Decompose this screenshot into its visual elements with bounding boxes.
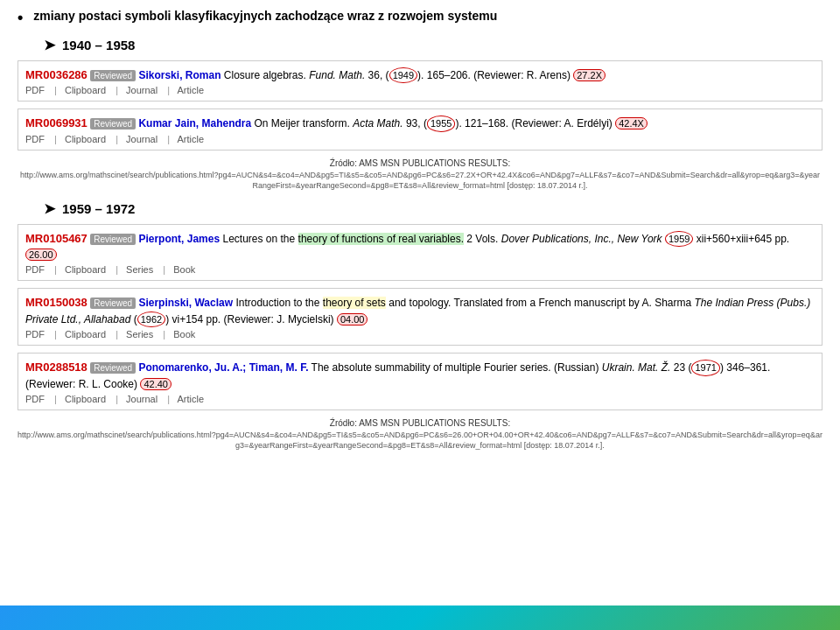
title-pre: Introduction to the [235, 297, 319, 309]
reviewer: (Reviewer: R. L. Cooke) [25, 378, 137, 390]
author-name[interactable]: Pierpont, James [138, 233, 220, 245]
link-book[interactable]: Book [173, 329, 195, 340]
record-links: PDF | Clipboard | Series | Book [25, 264, 815, 275]
record-mr0036286: MR0036286 Reviewed Sikorski, Roman Closu… [18, 60, 822, 102]
reviewed-badge: Reviewed [90, 234, 136, 245]
subtitle: Translated from a French manuscript by A… [454, 297, 692, 309]
link-article[interactable]: Article [178, 85, 205, 95]
link-pdf[interactable]: PDF [25, 134, 45, 144]
link-clipboard[interactable]: Clipboard [65, 394, 106, 404]
author-name[interactable]: Sikorski, Roman [138, 69, 220, 81]
section-label-1940: 1940 – 1958 [62, 38, 135, 52]
link-article[interactable]: Article [178, 134, 205, 144]
link-journal[interactable]: Journal [126, 134, 158, 144]
link-series[interactable]: Series [126, 264, 153, 275]
pages: vi+154 pp. [172, 313, 220, 326]
title: The absolute summability of multiple Fou… [312, 361, 599, 374]
source-title-1: Źródło: AMS MSN PUBLICATIONS RESULTS: [18, 158, 822, 170]
title-highlight: theory of functions of real variables. [298, 233, 464, 245]
link-pdf[interactable]: PDF [25, 85, 45, 95]
title-pre: Lectures on the [222, 233, 295, 245]
record-mr0288518: MR0288518 Reviewed Ponomarenko, Ju. A.; … [18, 353, 822, 410]
volume: 23 [674, 361, 685, 374]
price-badge: 27.2X [573, 69, 606, 81]
link-series[interactable]: Series [126, 329, 153, 340]
link-clipboard[interactable]: Clipboard [65, 134, 106, 144]
section-label-1959: 1959 – 1972 [62, 201, 135, 216]
author-name[interactable]: Ponomarenko, Ju. A.; Timan, M. F. [138, 361, 308, 374]
record-mr0150038: MR0150038 Reviewed Sierpinski, Waclaw In… [18, 288, 822, 346]
mr-id[interactable]: MR0105467 [25, 232, 88, 245]
reviewer: (Reviewer: J. Mycielski) [224, 313, 334, 326]
year-circled: 1962 [137, 312, 165, 328]
reviewer: (Reviewer: A. Erdélyi) [511, 117, 612, 130]
record-links: PDF | Clipboard | Journal | Article [25, 85, 815, 95]
reviewed-badge: Reviewed [90, 118, 136, 130]
pages: 346–361. [726, 361, 770, 374]
link-article[interactable]: Article [178, 394, 205, 404]
reviewed-badge: Reviewed [90, 362, 136, 374]
title-highlight: theory of sets [323, 297, 386, 309]
link-clipboard[interactable]: Clipboard [65, 264, 106, 275]
publisher: Dover Publications, Inc., New York [501, 233, 662, 245]
link-journal[interactable]: Journal [126, 85, 158, 95]
record-mr0069931: MR0069931 Reviewed Kumar Jain, Mahendra … [18, 108, 822, 150]
source-title-2: Źródło: AMS MSN PUBLICATIONS RESULTS: [18, 417, 822, 430]
link-book[interactable]: Book [173, 264, 195, 275]
link-pdf[interactable]: PDF [25, 329, 45, 340]
record-links: PDF | Clipboard | Journal | Article [25, 394, 815, 404]
reviewer: (Reviewer: R. Arens) [473, 69, 570, 81]
record-content: MR0069931 Reviewed Kumar Jain, Mahendra … [25, 115, 815, 132]
price-badge: 42.4X [615, 117, 648, 130]
title-rest: 2 Vols. [466, 233, 498, 245]
source-note-1: Źródło: AMS MSN PUBLICATIONS RESULTS: ht… [18, 158, 822, 192]
record-mr0105467: MR0105467 Reviewed Pierpont, James Lectu… [18, 224, 822, 282]
price-badge: 04.00 [337, 313, 368, 326]
title: Closure algebras. [224, 69, 306, 81]
record-content: MR0150038 Reviewed Sierpinski, Waclaw In… [25, 294, 815, 327]
title: On Meijer transform. [254, 117, 349, 130]
link-clipboard[interactable]: Clipboard [65, 85, 106, 95]
year-circled: 1949 [389, 67, 417, 84]
arrow-icon-2: ➤ [44, 200, 55, 217]
pages: 165–206. [427, 69, 471, 81]
journal: Ukrain. Mat. Ž. [602, 361, 671, 374]
mr-id[interactable]: MR0150038 [25, 296, 88, 309]
mr-id[interactable]: MR0036286 [25, 68, 88, 81]
mr-id[interactable]: MR0069931 [25, 116, 88, 130]
reviewed-badge: Reviewed [90, 298, 136, 309]
bullet-item: • zmiany postaci symboli klasyfikacyjnyc… [18, 9, 822, 28]
year-circled: 1955 [427, 116, 455, 132]
volume: 36, [368, 69, 383, 81]
price-badge: 26.00 [25, 248, 57, 261]
link-clipboard[interactable]: Clipboard [65, 329, 106, 340]
record-links: PDF | Clipboard | Series | Book [25, 329, 815, 340]
section-header-1940: ➤ 1940 – 1958 [44, 37, 822, 53]
source-url-1: http://www.ams.org/mathscinet/search/pub… [18, 170, 822, 192]
author-name[interactable]: Kumar Jain, Mahendra [138, 117, 251, 130]
year-circled: 1959 [665, 231, 693, 248]
source-url-2: http://www.ams.org/mathscinet/search/pub… [18, 430, 822, 452]
pages: xii+560+xiii+645 pp. [696, 233, 789, 245]
record-content: MR0036286 Reviewed Sikorski, Roman Closu… [25, 66, 815, 84]
year-circled: 1971 [691, 360, 719, 376]
record-content: MR0105467 Reviewed Pierpont, James Lectu… [25, 230, 815, 263]
pages: 121–168. [465, 117, 508, 130]
link-journal[interactable]: Journal [126, 394, 158, 404]
section-header-1959: ➤ 1959 – 1972 [44, 200, 822, 217]
record-links: PDF | Clipboard | Journal | Article [25, 134, 815, 144]
arrow-icon: ➤ [44, 37, 55, 53]
author-name[interactable]: Sierpinski, Waclaw [138, 297, 233, 309]
volume: 93, [406, 117, 421, 130]
link-pdf[interactable]: PDF [25, 394, 45, 404]
bullet-dot: • [18, 9, 23, 28]
record-content: MR0288518 Reviewed Ponomarenko, Ju. A.; … [25, 359, 815, 392]
reviewed-badge: Reviewed [90, 70, 136, 81]
source-note-2: Źródło: AMS MSN PUBLICATIONS RESULTS: ht… [18, 417, 822, 452]
mr-id[interactable]: MR0288518 [25, 360, 88, 374]
link-pdf[interactable]: PDF [25, 264, 45, 275]
journal: Fund. Math. [309, 69, 365, 81]
price-badge: 42.40 [140, 378, 172, 390]
title-post: and topology. [388, 297, 451, 309]
bullet-text: zmiany postaci symboli klasyfikacyjnych … [33, 9, 497, 23]
